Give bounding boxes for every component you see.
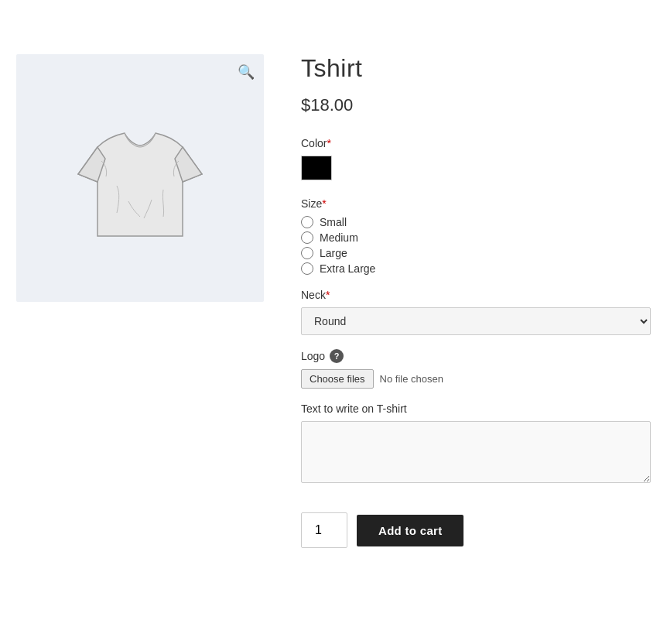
logo-label-row: Logo ?: [301, 349, 651, 363]
text-on-shirt-textarea[interactable]: [301, 421, 651, 483]
size-radio-extra-large[interactable]: [301, 262, 313, 275]
size-radio-medium[interactable]: [301, 231, 313, 244]
no-file-chosen-text: No file chosen: [380, 373, 443, 385]
color-swatch-black[interactable]: [301, 156, 332, 180]
color-label: Color*: [301, 137, 651, 149]
size-option-small[interactable]: Small: [301, 216, 651, 228]
size-label: Size*: [301, 197, 651, 210]
product-title: Tshirt: [301, 54, 651, 83]
quantity-input[interactable]: [301, 512, 347, 548]
choose-files-button[interactable]: Choose files: [301, 369, 374, 389]
logo-help-icon[interactable]: ?: [330, 349, 344, 363]
size-radio-small[interactable]: [301, 216, 313, 228]
file-input-wrapper: Choose files No file chosen: [301, 369, 651, 389]
product-image-wrapper: 🔍: [16, 54, 264, 302]
product-details: Tshirt $18.00 Color* Size* Small Medium: [301, 54, 651, 548]
add-to-cart-button[interactable]: Add to cart: [357, 515, 463, 546]
color-option-group: Color*: [301, 137, 651, 183]
size-radio-large[interactable]: [301, 247, 313, 259]
size-option-medium[interactable]: Medium: [301, 231, 651, 244]
logo-option-group: Logo ? Choose files No file chosen: [301, 349, 651, 389]
neck-option-group: Neck* Round V-Neck Polo: [301, 289, 651, 335]
add-to-cart-row: Add to cart: [301, 512, 651, 548]
logo-label: Logo: [301, 350, 325, 362]
text-option-group: Text to write on T-shirt: [301, 402, 651, 486]
text-on-shirt-label: Text to write on T-shirt: [301, 402, 651, 415]
size-option-extra-large[interactable]: Extra Large: [301, 262, 651, 275]
product-price: $18.00: [301, 95, 651, 115]
size-option-large[interactable]: Large: [301, 247, 651, 259]
neck-label: Neck*: [301, 289, 651, 301]
product-container: 🔍 Tshirt $: [16, 31, 651, 548]
size-radio-group: Small Medium Large Extra Large: [301, 216, 651, 275]
zoom-icon[interactable]: 🔍: [238, 63, 255, 80]
size-option-group: Size* Small Medium Large Extra Large: [301, 197, 651, 275]
product-image: [55, 93, 225, 263]
neck-select[interactable]: Round V-Neck Polo: [301, 307, 651, 335]
